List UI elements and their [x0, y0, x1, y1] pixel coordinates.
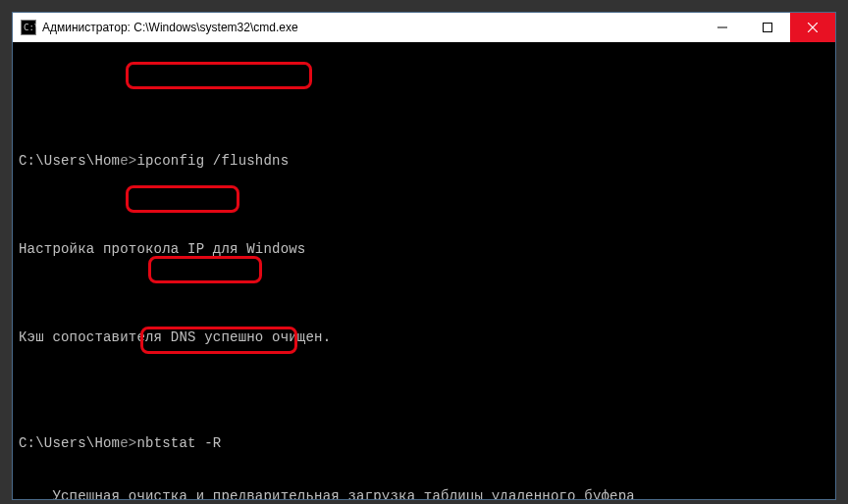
close-button[interactable]: [790, 13, 835, 42]
cmd-window: C:\ Администратор: C:\Windows\system32\c…: [12, 12, 836, 500]
minimize-button[interactable]: [700, 13, 745, 42]
prompt-line: C:\Users\Home>nbtstat -R: [19, 434, 829, 452]
blank-row: [19, 81, 829, 99]
output-line: Кэш сопоставителя DNS успешно очищен.: [19, 328, 829, 346]
prompt-line: C:\Users\Home>ipconfig /flushdns: [19, 152, 829, 170]
window-title: Администратор: C:\Windows\system32\cmd.e…: [42, 21, 298, 34]
cmd-icon: C:\: [21, 20, 36, 35]
command-text: ipconfig /flushdns: [136, 153, 289, 169]
terminal-output[interactable]: C:\Users\Home>ipconfig /flushdns Настрой…: [13, 42, 835, 499]
maximize-button[interactable]: [745, 13, 790, 42]
command-text: nbtstat -R: [136, 435, 221, 451]
output-line: Настройка протокола IP для Windows: [19, 240, 829, 258]
titlebar[interactable]: C:\ Администратор: C:\Windows\system32\c…: [13, 13, 835, 42]
svg-text:C:\: C:\: [24, 23, 36, 32]
output-line: Успешная очистка и предварительная загру…: [19, 487, 829, 499]
svg-rect-4: [764, 24, 772, 32]
